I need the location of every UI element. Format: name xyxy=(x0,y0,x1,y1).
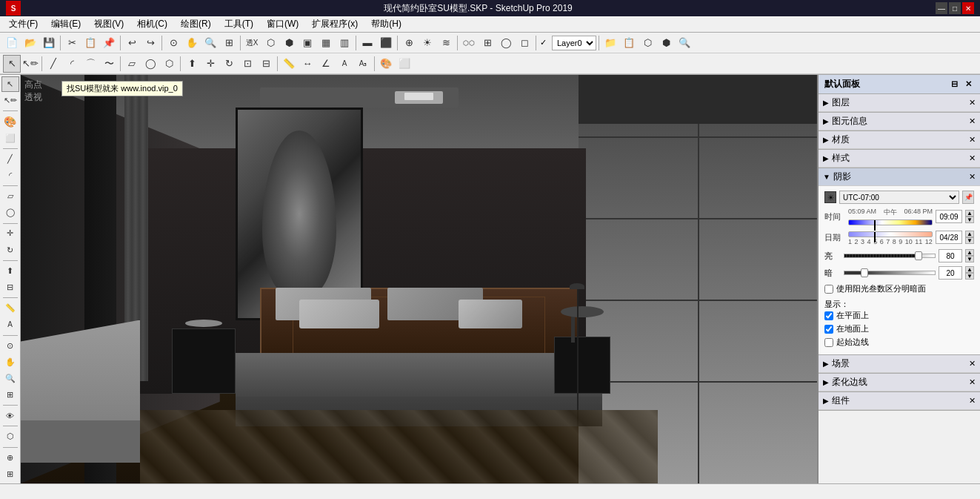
lt-pan[interactable]: ✋ xyxy=(1,354,19,370)
lt-comp1[interactable]: ⊕ xyxy=(1,449,19,465)
tb-circle[interactable]: ◯ xyxy=(141,55,159,73)
section-soften-header[interactable]: ▶ 柔化边线 ✕ xyxy=(819,374,980,391)
lt-text[interactable]: A xyxy=(1,317,19,332)
panel-close-btn[interactable]: ✕ xyxy=(963,79,974,89)
lt-orbit[interactable]: ⊙ xyxy=(1,337,19,353)
tb-line[interactable]: ╱ xyxy=(44,55,62,73)
lt-pushpull[interactable]: ⬆ xyxy=(1,263,19,279)
tb-text[interactable]: A xyxy=(336,55,353,73)
close-button[interactable]: ✕ xyxy=(962,2,974,14)
tb-move[interactable]: ✛ xyxy=(201,55,219,73)
close-styles[interactable]: ✕ xyxy=(969,153,976,163)
lt-eraser[interactable]: ⬜ xyxy=(1,130,19,146)
tb-arc[interactable]: ◜ xyxy=(63,55,81,73)
tb-texture[interactable]: ▦ xyxy=(317,34,335,52)
close-shadow[interactable]: ✕ xyxy=(969,172,976,182)
tb-r1[interactable]: ⬡⬡ xyxy=(460,34,478,52)
lt-paint[interactable]: 🎨 xyxy=(1,113,19,129)
tb-axes[interactable]: ⊕ xyxy=(400,34,418,52)
time-up-btn[interactable]: ▲ xyxy=(965,210,974,217)
on-ground-checkbox[interactable] xyxy=(824,325,833,334)
tb-cut[interactable]: ✂ xyxy=(63,34,81,52)
tb-wire[interactable]: ⬡ xyxy=(261,34,279,52)
from-edge-checkbox[interactable] xyxy=(824,338,833,347)
section-component-header[interactable]: ▶ 组件 ✕ xyxy=(819,392,980,410)
menu-edit[interactable]: 编辑(E) xyxy=(45,16,87,32)
lt-zoom[interactable]: 🔍 xyxy=(1,371,19,386)
tb-3dtext[interactable]: A₃ xyxy=(354,55,372,73)
tb-paint[interactable]: 🎨 xyxy=(377,55,395,73)
date-down-btn[interactable]: ▼ xyxy=(965,237,974,244)
use-sun-checkbox[interactable] xyxy=(824,285,833,294)
bright-value-input[interactable] xyxy=(939,249,962,262)
tb-polygon[interactable]: ⬡ xyxy=(160,55,178,73)
lt-walkthr[interactable]: 👁 xyxy=(1,408,19,423)
tb-pushpull[interactable]: ⬆ xyxy=(183,55,201,73)
lt-circle[interactable]: ◯ xyxy=(1,205,19,220)
tb-rotate[interactable]: ↻ xyxy=(220,55,238,73)
tb-comp4[interactable]: ⬢ xyxy=(657,34,675,52)
tb-orbit[interactable]: ⊙ xyxy=(164,34,182,52)
tb-shaded[interactable]: ▣ xyxy=(299,34,316,52)
date-value-input[interactable] xyxy=(936,231,962,244)
layer-selector[interactable]: Layer0 xyxy=(552,36,596,50)
bright-handle[interactable] xyxy=(915,251,922,260)
lt-tape[interactable]: 📏 xyxy=(1,300,19,316)
section-layers-header[interactable]: ▶ 图层 ✕ xyxy=(819,94,980,112)
dark-slider[interactable] xyxy=(844,271,936,275)
lt-line[interactable]: ╱ xyxy=(1,151,19,167)
menu-draw[interactable]: 绘图(R) xyxy=(175,16,217,32)
window-controls[interactable]: — □ ✕ xyxy=(936,2,974,14)
tb-zoomext[interactable]: ⊞ xyxy=(220,34,238,52)
tb-r2[interactable]: ⊞ xyxy=(479,34,496,52)
tb-tape[interactable]: 📏 xyxy=(280,55,298,73)
tb-redo[interactable]: ↪ xyxy=(141,34,159,52)
tb-zoom[interactable]: 🔍 xyxy=(201,34,219,52)
tb-select2[interactable]: ↖✏ xyxy=(21,55,39,73)
tb-freehand[interactable]: 〜 xyxy=(100,55,118,73)
date-up-btn[interactable]: ▲ xyxy=(965,231,974,237)
menu-camera[interactable]: 相机(C) xyxy=(131,16,173,32)
tb-section-cut[interactable]: ▬ xyxy=(359,34,376,52)
tb-undo[interactable]: ↩ xyxy=(123,34,141,52)
lt-section[interactable]: ⬡ xyxy=(1,429,19,444)
close-soften[interactable]: ✕ xyxy=(969,377,976,387)
tb-fog[interactable]: ≋ xyxy=(437,34,455,52)
tb-dim[interactable]: ↔ xyxy=(299,55,316,73)
bright-slider[interactable] xyxy=(844,254,936,258)
menu-view[interactable]: 视图(V) xyxy=(88,16,130,32)
minimize-button[interactable]: — xyxy=(936,2,947,14)
tb-pan[interactable]: ✋ xyxy=(183,34,201,52)
on-face-checkbox[interactable] xyxy=(824,311,833,320)
tb-offset[interactable]: ⊟ xyxy=(257,55,275,73)
menu-tools[interactable]: 工具(T) xyxy=(219,16,259,32)
date-slider-bg[interactable] xyxy=(848,231,933,237)
tb-mono[interactable]: ▥ xyxy=(336,34,353,52)
section-styles-header[interactable]: ▶ 样式 ✕ xyxy=(819,150,980,168)
lt-offset[interactable]: ⊟ xyxy=(1,280,19,295)
lt-zoomext[interactable]: ⊞ xyxy=(1,387,19,403)
lt-select[interactable]: ↖ xyxy=(1,76,19,92)
tb-open[interactable]: 📂 xyxy=(21,34,39,52)
time-value-input[interactable] xyxy=(936,210,962,223)
dark-value-input[interactable] xyxy=(939,266,962,280)
lt-comp2[interactable]: ⊞ xyxy=(1,466,19,482)
tb-select[interactable]: ↖ xyxy=(3,55,21,73)
tb-copy[interactable]: 📋 xyxy=(81,34,99,52)
tb-comp3[interactable]: ⬡ xyxy=(639,34,656,52)
maximize-button[interactable]: □ xyxy=(949,2,961,14)
close-component[interactable]: ✕ xyxy=(969,396,976,406)
close-entity[interactable]: ✕ xyxy=(969,116,976,126)
tb-xray[interactable]: 透X xyxy=(243,34,261,52)
tb-rect[interactable]: ▱ xyxy=(123,55,141,73)
tb-r3[interactable]: ◯ xyxy=(497,34,515,52)
tb-r4[interactable]: ◻ xyxy=(516,34,533,52)
section-scene-header[interactable]: ▶ 场景 ✕ xyxy=(819,355,980,373)
dark-handle[interactable] xyxy=(861,268,868,277)
tb-save[interactable]: 💾 xyxy=(40,34,58,52)
lt-move[interactable]: ✛ xyxy=(1,225,19,241)
menu-window[interactable]: 窗口(W) xyxy=(261,16,304,32)
tb-comp5[interactable]: 🔍 xyxy=(676,34,693,52)
utc-selector[interactable]: UTC-07:00 xyxy=(839,191,959,204)
tb-shadows[interactable]: ☀ xyxy=(419,34,436,52)
